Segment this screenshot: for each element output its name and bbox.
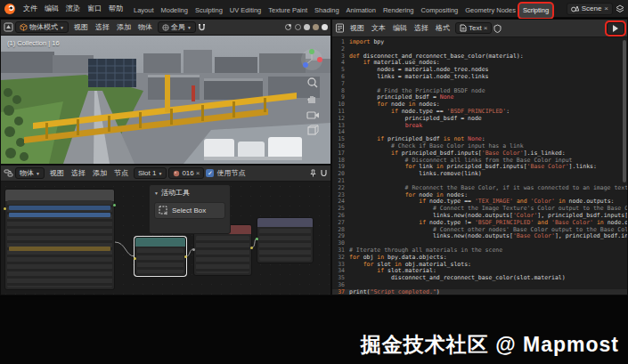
code-line[interactable]: 15 if principled_bsdf is not None: bbox=[332, 136, 627, 143]
camera-view-icon[interactable] bbox=[306, 109, 320, 121]
shading-wireframe-icon[interactable] bbox=[295, 24, 301, 30]
workspace-tab[interactable]: Sculpting bbox=[192, 4, 226, 18]
pan-hand-icon[interactable] bbox=[306, 93, 320, 105]
app-menu-item[interactable]: 窗口 bbox=[84, 2, 105, 15]
code-line[interactable]: 25 # Connect the Image Texture's Color o… bbox=[332, 206, 627, 213]
material-datablock[interactable]: 016 × bbox=[168, 167, 204, 179]
code-line[interactable]: 37print("Script completed.") bbox=[332, 289, 627, 295]
workspace-tab[interactable]: Animation bbox=[343, 4, 379, 18]
text-editor-menu-item[interactable]: 编辑 bbox=[389, 22, 411, 34]
input-socket[interactable] bbox=[4, 207, 6, 210]
material-slot-dropdown[interactable]: Slot 1 ▼ bbox=[134, 167, 167, 179]
pin-icon[interactable] bbox=[309, 169, 317, 177]
code-line[interactable]: 3def disconnect_and_reconnect_base_color… bbox=[332, 53, 627, 61]
code-line[interactable]: 4 if material.use_nodes: bbox=[332, 60, 627, 67]
workspace-tab[interactable]: Modeling bbox=[158, 4, 192, 18]
code-line[interactable]: 32for obj in bpy.data.objects: bbox=[332, 255, 627, 262]
code-line[interactable]: 22 # Reconnect the Base Color, if it was… bbox=[332, 185, 627, 192]
select-box-tool[interactable]: Select Box bbox=[154, 202, 225, 219]
viewport-canvas[interactable]: (1) Collection | 16 bbox=[1, 36, 330, 164]
editor-type-icon[interactable] bbox=[4, 168, 13, 178]
mode-dropdown[interactable]: 物体模式 ▼ bbox=[15, 21, 69, 33]
app-menu-item[interactable]: 文件 bbox=[20, 2, 41, 15]
code-line[interactable]: 17 if principled_bsdf.inputs['Base Color… bbox=[332, 150, 627, 158]
app-menu-item[interactable]: 帮助 bbox=[105, 2, 126, 15]
code-line[interactable]: 24 if node.type == 'TEX_IMAGE' and 'Colo… bbox=[332, 198, 627, 206]
magnet-icon[interactable] bbox=[198, 23, 206, 31]
editor-type-icon[interactable] bbox=[335, 23, 345, 33]
code-line[interactable]: 28 # Connect other nodes' Base Color out… bbox=[332, 227, 627, 234]
code-line[interactable]: 19 for link in principled_bsdf.inputs['B… bbox=[332, 164, 627, 171]
code-line[interactable]: 33 for slot in obj.material_slots: bbox=[332, 262, 627, 269]
node-principled-bsdf[interactable] bbox=[4, 189, 115, 290]
code-line[interactable]: 36 bbox=[332, 282, 627, 289]
code-line[interactable]: 13 break bbox=[332, 123, 627, 130]
workspace-tab[interactable]: Geometry Nodes bbox=[461, 4, 519, 18]
code-line[interactable]: 29 links.new(node.outputs['Base Color'],… bbox=[332, 233, 627, 240]
text-editor-menu-item[interactable]: 格式 bbox=[432, 22, 453, 34]
code-line[interactable]: 2 bbox=[332, 46, 627, 53]
workspace-tab[interactable]: Rendering bbox=[379, 4, 418, 18]
code-line[interactable]: 30 bbox=[332, 240, 627, 247]
output-socket[interactable] bbox=[113, 204, 116, 206]
code-line[interactable]: 5 nodes = material.node_tree.nodes bbox=[332, 67, 627, 74]
code-line[interactable]: 20 links.remove(link) bbox=[332, 171, 627, 178]
ortho-toggle-icon[interactable] bbox=[306, 125, 320, 137]
text-editor-menu-item[interactable]: 视图 bbox=[347, 22, 368, 34]
node-editor-menu-item[interactable]: 视图 bbox=[46, 167, 68, 179]
code-line[interactable]: 35 disconnect_and_reconnect_base_color(s… bbox=[332, 275, 627, 282]
code-line[interactable]: 9 principled_bsdf = None bbox=[332, 94, 627, 101]
navigation-gizmo[interactable] bbox=[300, 48, 323, 71]
code-line[interactable]: 27 if node.type != 'BSDF_PRINCIPLED' and… bbox=[332, 220, 627, 227]
code-line[interactable]: 18 # Disconnect all links from the Base … bbox=[332, 158, 627, 165]
shader-type-dropdown[interactable]: 物体 ▼ bbox=[15, 167, 45, 179]
code-line[interactable]: 34 if slot.material: bbox=[332, 268, 627, 275]
app-menu-item[interactable]: 渲染 bbox=[62, 2, 84, 15]
text-editor-menu-item[interactable]: 选择 bbox=[411, 22, 432, 34]
code-line[interactable]: 23 for node in nodes: bbox=[332, 192, 627, 199]
scene-selector[interactable]: Scene × bbox=[567, 3, 613, 15]
fake-user-shield-icon[interactable] bbox=[493, 24, 502, 33]
run-script-button[interactable] bbox=[607, 22, 624, 35]
code-line[interactable]: 31# Iterate through all materials in the… bbox=[332, 247, 627, 255]
scene-unlink-icon[interactable]: × bbox=[604, 4, 608, 12]
text-editor-menu-item[interactable]: 文本 bbox=[368, 22, 389, 34]
input-socket[interactable] bbox=[134, 257, 136, 260]
code-line[interactable]: 10 for node in nodes: bbox=[332, 101, 627, 109]
code-line[interactable]: 16 # Check if Base Color input has a lin… bbox=[332, 143, 627, 150]
code-line[interactable]: 7 bbox=[332, 81, 627, 88]
chevron-down-icon[interactable]: ▼ bbox=[154, 190, 159, 196]
viewport-menu-item[interactable]: 添加 bbox=[113, 21, 135, 33]
viewport-menu-item[interactable]: 物体 bbox=[135, 21, 156, 33]
view-layer-icon[interactable] bbox=[616, 4, 624, 13]
output-socket[interactable] bbox=[250, 247, 253, 249]
code-area[interactable]: 1import bpy23def disconnect_and_reconnec… bbox=[332, 37, 627, 295]
code-line[interactable]: 14 bbox=[332, 129, 627, 136]
output-socket[interactable] bbox=[184, 255, 187, 258]
workspace-tab[interactable]: Layout bbox=[130, 4, 158, 18]
code-line[interactable]: 8 # Find the Principled BSDF node bbox=[332, 88, 627, 95]
node-selected[interactable] bbox=[135, 237, 186, 276]
workspace-tab[interactable]: Shading bbox=[311, 4, 343, 18]
overlays-icon[interactable] bbox=[284, 23, 292, 31]
node-output[interactable] bbox=[257, 217, 314, 263]
workspace-tab[interactable]: Compositing bbox=[418, 4, 462, 18]
node-editor-menu-item[interactable]: 添加 bbox=[89, 167, 110, 179]
editor-type-icon[interactable] bbox=[4, 22, 13, 32]
workspace-tab[interactable]: Scripting bbox=[519, 4, 552, 18]
code-line[interactable]: 11 if node.type == 'BSDF_PRINCIPLED': bbox=[332, 109, 627, 116]
node-editor-menu-item[interactable]: 节点 bbox=[110, 167, 132, 179]
node-editor-menu-item[interactable]: 选择 bbox=[68, 167, 89, 179]
material-unlink-icon[interactable]: × bbox=[196, 169, 200, 177]
code-line[interactable]: 1import bpy bbox=[332, 39, 627, 46]
shading-rendered-icon[interactable] bbox=[322, 24, 328, 30]
node-header[interactable] bbox=[257, 218, 313, 227]
use-nodes-toggle[interactable]: ✓ 使用节点 bbox=[206, 168, 245, 178]
shading-solid-icon[interactable] bbox=[304, 24, 310, 30]
code-line[interactable]: 21 bbox=[332, 178, 627, 185]
node-canvas[interactable]: ▼ 活动工具 Select Box bbox=[1, 182, 330, 295]
text-unlink-icon[interactable]: × bbox=[484, 24, 488, 32]
code-line[interactable]: 6 links = material.node_tree.links bbox=[332, 74, 627, 81]
scrollbar-thumb[interactable] bbox=[623, 40, 626, 182]
snap-icon[interactable] bbox=[320, 169, 328, 177]
